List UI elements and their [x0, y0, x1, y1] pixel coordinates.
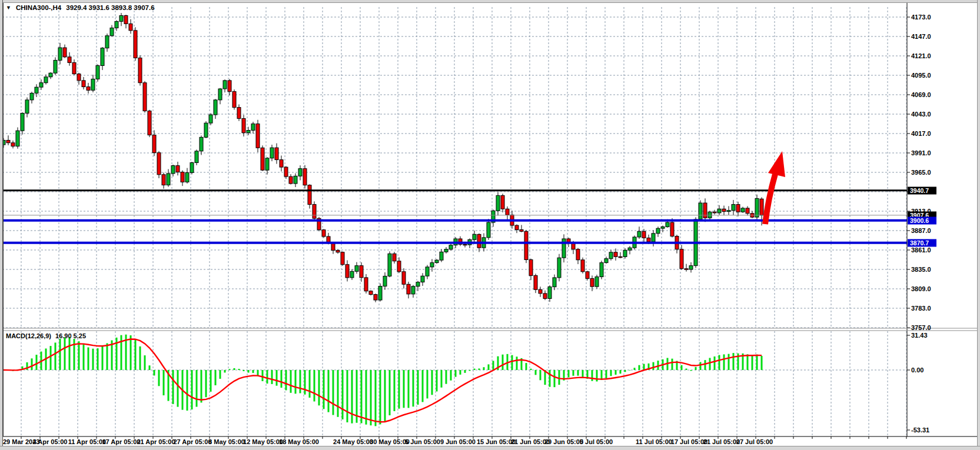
candle-body — [242, 118, 245, 132]
candle-body — [477, 234, 481, 248]
y-axis-tick-label: 3783.0 — [911, 305, 931, 312]
candle-body — [265, 158, 269, 170]
candle-body — [167, 174, 170, 185]
candle-body — [190, 163, 194, 173]
candle-body — [496, 195, 500, 211]
y-axis-tick-label: 3991.0 — [911, 149, 931, 156]
y-axis-tick-label: 3835.0 — [911, 266, 931, 273]
candle-body — [393, 254, 396, 261]
candle-body — [656, 228, 660, 234]
ohlc-readout: 3929.4 3931.6 3893.8 3907.6 — [66, 4, 154, 11]
candle-body — [171, 166, 175, 174]
candle-body — [388, 254, 391, 276]
candle-body — [181, 172, 184, 182]
candle-body — [68, 57, 71, 63]
candle-body — [261, 148, 264, 170]
candle-body — [313, 205, 316, 219]
candle-body — [152, 135, 156, 153]
candle-body — [557, 258, 561, 278]
candle-body — [543, 294, 547, 299]
candle-body — [647, 238, 650, 242]
candle-body — [54, 60, 57, 73]
candle-body — [218, 89, 222, 100]
y-axis-tick-label: 3965.0 — [911, 169, 931, 176]
candle-body — [148, 111, 151, 135]
candle-body — [755, 198, 759, 217]
candle-body — [600, 263, 603, 277]
candle-body — [397, 261, 401, 272]
y-axis-tick-label: 3757.0 — [911, 324, 931, 331]
candle-body — [39, 83, 43, 87]
candle-body — [251, 124, 255, 131]
x-axis-date-label: 8 May 05:00 — [208, 438, 245, 445]
candle-body — [619, 256, 622, 258]
window-frame-right — [977, 0, 980, 450]
x-axis-date-label: 17 Jul 05:00 — [671, 438, 707, 445]
candle-body — [77, 74, 81, 81]
macd-values: 16.90 5.25 — [55, 332, 86, 339]
candle-body — [652, 234, 655, 242]
y-axis-tick-label: 4017.0 — [911, 130, 931, 137]
candle-body — [298, 169, 302, 176]
y-axis-tick-label: 3887.0 — [911, 227, 931, 234]
candle-body — [341, 252, 344, 265]
candle-body — [680, 249, 683, 269]
candle-body — [661, 227, 665, 229]
candle-body — [247, 131, 250, 133]
candle-body — [96, 66, 99, 79]
candle-body — [280, 160, 283, 168]
candle-body — [741, 208, 745, 212]
symbol-dropdown-icon[interactable]: ▼ — [6, 5, 11, 11]
level-price-badge: 3870.7 — [908, 239, 936, 246]
candle-body — [463, 244, 467, 245]
candle-body — [25, 100, 29, 114]
candle-body — [336, 251, 340, 252]
candle-body — [129, 24, 132, 30]
y-axis-tick-label: 4043.0 — [911, 111, 931, 118]
candle-body — [426, 267, 429, 276]
candle-body — [524, 231, 528, 259]
candle-body — [534, 275, 537, 289]
candle-body — [237, 108, 241, 119]
y-axis-tick-label: 4095.0 — [911, 72, 931, 79]
candle-body — [407, 284, 410, 294]
candle-body — [322, 230, 325, 236]
y-axis-tick-label: 4121.0 — [911, 52, 931, 59]
candle-body — [506, 209, 509, 215]
candle-body — [284, 167, 288, 176]
candle-body — [374, 295, 377, 300]
candle-body — [270, 148, 274, 158]
candle-body — [143, 83, 147, 111]
x-axis-date-label: 11 Apr 05:00 — [68, 438, 106, 445]
candle-body — [746, 208, 749, 214]
level-price-badge: 3940.7 — [908, 186, 936, 194]
candle-body — [378, 286, 382, 300]
trend-arrow-shaft[interactable] — [765, 174, 775, 224]
x-axis-date-label: 5 Jul 05:00 — [580, 438, 613, 445]
x-axis-date-label: 24 May 05:00 — [333, 438, 373, 445]
candle-body — [604, 259, 608, 263]
candle-body — [402, 272, 406, 284]
candle-body — [430, 263, 434, 267]
x-axis-date-label: 21 Apr 05:00 — [137, 438, 175, 445]
candle-body — [628, 248, 632, 250]
y-axis-tick-label: 4147.0 — [911, 33, 931, 40]
candle-body — [713, 212, 716, 213]
candle-body — [614, 252, 617, 257]
x-axis-date-label: 30 May 05:00 — [370, 438, 410, 445]
y-axis-tick-label: 3861.0 — [911, 246, 931, 254]
trend-arrow-head[interactable] — [768, 151, 785, 177]
macd-scale-min: -53.31 — [911, 426, 929, 434]
price-chart-canvas[interactable] — [0, 0, 980, 450]
candle-body — [228, 81, 231, 92]
candle-body — [124, 15, 128, 24]
candle-body — [44, 77, 48, 83]
x-axis-date-label: 27 Jul 05:00 — [736, 438, 773, 445]
candle-body — [473, 234, 476, 239]
candle-body — [642, 231, 646, 238]
chart-window: ▼ CHINA300-,H4 3929.4 3931.6 3893.8 3907… — [0, 0, 980, 450]
candle-body — [515, 225, 519, 229]
x-axis-date-label: 17 Apr 05:00 — [102, 438, 140, 445]
candle-body — [689, 266, 693, 269]
candle-body — [411, 286, 415, 294]
